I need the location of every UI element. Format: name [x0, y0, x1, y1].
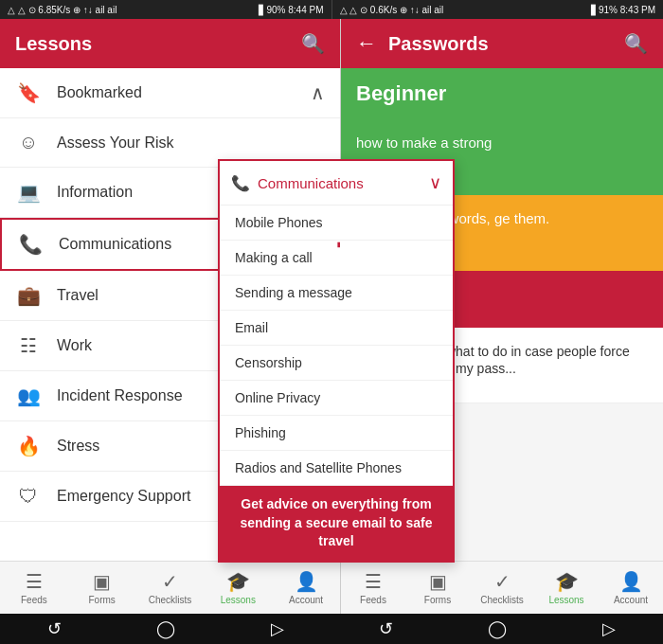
screens-container: Lessons 🔍 🔖 Bookmarked ∧ ☺ Assess Your R… [0, 19, 663, 614]
right-nav-label-lessons: Lessons [548, 595, 583, 605]
back-icon[interactable]: ← [356, 31, 377, 56]
beginner-header: Beginner [341, 68, 663, 119]
face-icon: ☺ [15, 132, 42, 153]
dropdown-item-email[interactable]: Email [220, 311, 453, 346]
flame-icon: 🔥 [15, 435, 42, 457]
system-btn-left[interactable]: ↺ [28, 615, 81, 643]
forms-icon: ▣ [93, 570, 111, 593]
dropdown-chevron-icon: ∨ [429, 172, 441, 193]
right-lessons-icon: 🎓 [555, 570, 579, 593]
system-btn-right2[interactable]: ▷ [583, 615, 635, 643]
right-nav-label-feeds: Feeds [360, 595, 386, 605]
account-icon: 👤 [295, 570, 318, 593]
nav-item-lessons[interactable]: 🎓 Lessons [204, 562, 272, 614]
nav-item-feeds[interactable]: ☰ Feeds [0, 562, 68, 614]
right-status-bar: △ △ ⊙ 0.6K/s ⊕ ↑↓ ail ail ▋91% 8:43 PM [332, 0, 664, 19]
dropdown-phone-icon: 📞 [231, 174, 250, 192]
right-app-bar: ← Passwords 🔍 [341, 19, 663, 68]
status-bars: △ △ ⊙ 6.85K/s ⊕ ↑↓ ail ail ▋90% 8:44 PM … [0, 0, 663, 19]
sidebar-item-bookmarked[interactable]: 🔖 Bookmarked ∧ [0, 68, 340, 118]
nav-item-forms[interactable]: ▣ Forms [68, 562, 136, 614]
dropdown-item-radios[interactable]: Radios and Satellite Phones [220, 451, 453, 486]
nav-label-lessons: Lessons [221, 595, 256, 605]
chevron-up-icon: ∧ [311, 81, 325, 104]
right-search-icon[interactable]: 🔍 [624, 32, 648, 55]
right-nav-item-lessons[interactable]: 🎓 Lessons [534, 562, 599, 614]
lessons-icon: 🎓 [226, 570, 250, 593]
right-bottom-nav: ☰ Feeds ▣ Forms ✓ Checklists 🎓 Lessons 👤… [341, 561, 663, 614]
left-search-icon[interactable]: 🔍 [301, 32, 325, 55]
right-nav-label-checklists: Checklists [480, 595, 524, 605]
feeds-icon: ☰ [26, 570, 43, 593]
shield-icon: 🛡 [15, 486, 42, 508]
communications-dropdown: 📞 Communications ∨ Mobile Phones Making … [218, 159, 455, 563]
left-status-right: ▋90% 8:44 PM [259, 5, 323, 15]
left-bottom-nav: ☰ Feeds ▣ Forms ✓ Checklists 🎓 Lessons 👤… [0, 561, 340, 614]
dropdown-item-censorship[interactable]: Censorship [220, 346, 453, 381]
arrow-right-icon: ➡ [336, 231, 340, 258]
system-btn-right[interactable]: ▷ [252, 615, 303, 643]
left-app-bar: Lessons 🔍 [0, 19, 340, 68]
right-status-right: ▋91% 8:43 PM [591, 5, 655, 15]
nav-label-checklists: Checklists [149, 595, 192, 605]
left-status-bar: △ △ ⊙ 6.85K/s ⊕ ↑↓ ail ail ▋90% 8:44 PM [0, 0, 332, 19]
bookmark-icon: 🔖 [15, 81, 42, 104]
checklists-icon: ✓ [162, 570, 178, 593]
left-status-left: △ △ ⊙ 6.85K/s ⊕ ↑↓ ail ail [8, 5, 116, 15]
right-nav-item-feeds[interactable]: ☰ Feeds [341, 562, 405, 614]
left-screen: Lessons 🔍 🔖 Bookmarked ∧ ☺ Assess Your R… [0, 19, 341, 614]
laptop-icon: 💻 [15, 181, 42, 204]
nav-label-feeds: Feeds [21, 595, 47, 605]
nav-item-checklists[interactable]: ✓ Checklists [136, 562, 205, 614]
sidebar-item-label: Assess Your Risk [57, 134, 325, 152]
dropdown-item-sending-message[interactable]: Sending a message [220, 276, 453, 311]
right-nav-label-account: Account [614, 595, 648, 605]
right-nav-item-forms[interactable]: ▣ Forms [405, 562, 470, 614]
system-bar: ↺ ◯ ▷ ↺ ◯ ▷ [0, 614, 663, 644]
right-status-left: △ △ ⊙ 0.6K/s ⊕ ↑↓ ail ail [340, 5, 444, 15]
right-app-title: Passwords [388, 33, 489, 55]
system-btn-left2[interactable]: ↺ [360, 615, 412, 643]
nav-item-account[interactable]: 👤 Account [272, 562, 340, 614]
card-green-text: how to make a strong [356, 134, 492, 151]
right-feeds-icon: ☰ [365, 570, 382, 593]
right-app-bar-left: ← Passwords [356, 31, 489, 56]
dropdown-header[interactable]: 📞 Communications ∨ [220, 161, 453, 206]
people-icon: 👥 [15, 385, 42, 407]
left-app-title: Lessons [15, 33, 92, 55]
sidebar-item-label: Bookmarked [57, 84, 311, 101]
nav-label-forms: Forms [89, 595, 116, 605]
dropdown-item-online-privacy[interactable]: Online Privacy [220, 381, 453, 416]
system-btn-home[interactable]: ◯ [137, 615, 194, 643]
right-nav-label-forms: Forms [424, 595, 451, 605]
grid-icon: ☷ [15, 334, 42, 357]
phone-icon: 📞 [17, 233, 44, 256]
right-account-icon: 👤 [619, 570, 643, 593]
system-btn-home2[interactable]: ◯ [469, 615, 526, 643]
beginner-label: Beginner [356, 81, 446, 105]
briefcase-icon: 💼 [15, 284, 42, 307]
right-checklists-icon: ✓ [494, 570, 511, 593]
dropdown-item-phishing[interactable]: Phishing [220, 416, 453, 451]
nav-label-account: Account [289, 595, 323, 605]
right-nav-item-account[interactable]: 👤 Account [599, 562, 663, 614]
right-forms-icon: ▣ [429, 570, 447, 593]
right-nav-item-checklists[interactable]: ✓ Checklists [470, 562, 534, 614]
dropdown-title: Communications [258, 175, 429, 191]
dropdown-tooltip: Get advice on every­thing from sending a… [220, 486, 453, 561]
